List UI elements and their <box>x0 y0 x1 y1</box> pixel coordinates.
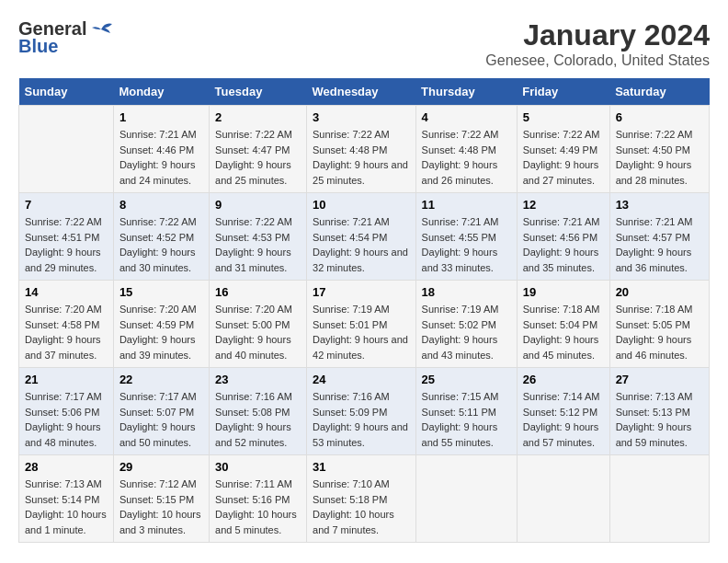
day-number: 4 <box>422 110 511 124</box>
calendar-cell: 30 Sunrise: 7:11 AMSunset: 5:16 PMDaylig… <box>210 455 307 543</box>
day-info: Sunrise: 7:18 AMSunset: 5:04 PMDaylight:… <box>523 302 604 362</box>
calendar-cell: 18 Sunrise: 7:19 AMSunset: 5:02 PMDaylig… <box>415 281 517 368</box>
day-info: Sunrise: 7:14 AMSunset: 5:12 PMDaylight:… <box>523 389 604 450</box>
day-number: 12 <box>523 198 604 212</box>
day-number: 31 <box>313 460 410 474</box>
calendar-cell: 28 Sunrise: 7:13 AMSunset: 5:14 PMDaylig… <box>19 455 114 543</box>
day-info: Sunrise: 7:10 AMSunset: 5:18 PMDaylight:… <box>313 477 410 537</box>
header-wednesday: Wednesday <box>307 78 416 106</box>
day-number: 19 <box>523 285 604 299</box>
day-info: Sunrise: 7:16 AMSunset: 5:08 PMDaylight:… <box>215 389 301 450</box>
day-number: 23 <box>215 373 301 386</box>
day-number: 15 <box>119 285 203 299</box>
calendar-cell: 23 Sunrise: 7:16 AMSunset: 5:08 PMDaylig… <box>210 368 307 455</box>
day-number: 8 <box>119 198 203 212</box>
day-info: Sunrise: 7:21 AMSunset: 4:57 PMDaylight:… <box>616 214 703 275</box>
calendar-week-row: 7 Sunrise: 7:22 AMSunset: 4:51 PMDayligh… <box>19 193 710 281</box>
calendar-cell: 21 Sunrise: 7:17 AMSunset: 5:06 PMDaylig… <box>19 368 114 455</box>
header-saturday: Saturday <box>609 78 709 106</box>
day-info: Sunrise: 7:22 AMSunset: 4:48 PMDaylight:… <box>422 127 511 188</box>
logo-blue-text: Blue <box>18 36 58 57</box>
day-info: Sunrise: 7:22 AMSunset: 4:49 PMDaylight:… <box>523 127 604 188</box>
calendar-week-row: 21 Sunrise: 7:17 AMSunset: 5:06 PMDaylig… <box>19 368 710 455</box>
calendar-cell: 25 Sunrise: 7:15 AMSunset: 5:11 PMDaylig… <box>415 368 517 455</box>
day-info: Sunrise: 7:20 AMSunset: 4:58 PMDaylight:… <box>25 302 108 362</box>
calendar-cell: 3 Sunrise: 7:22 AMSunset: 4:48 PMDayligh… <box>307 106 416 193</box>
day-number: 22 <box>119 373 203 386</box>
day-info: Sunrise: 7:18 AMSunset: 5:05 PMDaylight:… <box>616 302 703 362</box>
header-sunday: Sunday <box>19 78 114 106</box>
logo: General Blue <box>18 18 114 57</box>
day-info: Sunrise: 7:19 AMSunset: 5:01 PMDaylight:… <box>313 302 410 362</box>
day-info: Sunrise: 7:19 AMSunset: 5:02 PMDaylight:… <box>422 302 511 362</box>
calendar-table: Sunday Monday Tuesday Wednesday Thursday… <box>18 78 710 543</box>
calendar-cell: 31 Sunrise: 7:10 AMSunset: 5:18 PMDaylig… <box>307 455 416 543</box>
day-info: Sunrise: 7:22 AMSunset: 4:51 PMDaylight:… <box>25 214 108 275</box>
calendar-cell: 27 Sunrise: 7:13 AMSunset: 5:13 PMDaylig… <box>609 368 709 455</box>
calendar-cell <box>609 455 709 543</box>
day-number: 30 <box>215 460 301 474</box>
calendar-cell: 11 Sunrise: 7:21 AMSunset: 4:55 PMDaylig… <box>415 193 517 281</box>
day-number: 9 <box>215 198 301 212</box>
calendar-cell: 12 Sunrise: 7:21 AMSunset: 4:56 PMDaylig… <box>517 193 609 281</box>
day-info: Sunrise: 7:11 AMSunset: 5:16 PMDaylight:… <box>215 477 301 537</box>
day-info: Sunrise: 7:20 AMSunset: 4:59 PMDaylight:… <box>119 302 203 362</box>
calendar-cell: 19 Sunrise: 7:18 AMSunset: 5:04 PMDaylig… <box>517 281 609 368</box>
logo-bird-icon <box>88 20 114 39</box>
day-info: Sunrise: 7:21 AMSunset: 4:54 PMDaylight:… <box>313 214 410 275</box>
title-block: January 2024 Genesee, Colorado, United S… <box>485 18 710 69</box>
day-info: Sunrise: 7:13 AMSunset: 5:14 PMDaylight:… <box>25 477 108 537</box>
calendar-subtitle: Genesee, Colorado, United States <box>485 52 710 69</box>
day-number: 10 <box>313 198 410 212</box>
day-info: Sunrise: 7:21 AMSunset: 4:46 PMDaylight:… <box>119 127 203 188</box>
calendar-header-row: Sunday Monday Tuesday Wednesday Thursday… <box>19 78 710 106</box>
day-info: Sunrise: 7:22 AMSunset: 4:50 PMDaylight:… <box>616 127 703 188</box>
header-monday: Monday <box>113 78 209 106</box>
day-number: 1 <box>119 110 203 124</box>
day-number: 2 <box>215 110 301 124</box>
calendar-cell: 20 Sunrise: 7:18 AMSunset: 5:05 PMDaylig… <box>609 281 709 368</box>
day-number: 24 <box>313 373 410 386</box>
day-number: 5 <box>523 110 604 124</box>
calendar-cell: 8 Sunrise: 7:22 AMSunset: 4:52 PMDayligh… <box>113 193 209 281</box>
day-info: Sunrise: 7:21 AMSunset: 4:56 PMDaylight:… <box>523 214 604 275</box>
calendar-cell <box>415 455 517 543</box>
day-number: 26 <box>523 373 604 386</box>
day-info: Sunrise: 7:22 AMSunset: 4:53 PMDaylight:… <box>215 214 301 275</box>
day-number: 14 <box>25 285 108 299</box>
day-number: 13 <box>616 198 703 212</box>
day-info: Sunrise: 7:21 AMSunset: 4:55 PMDaylight:… <box>422 214 511 275</box>
day-number: 21 <box>25 373 108 386</box>
day-info: Sunrise: 7:20 AMSunset: 5:00 PMDaylight:… <box>215 302 301 362</box>
calendar-cell: 7 Sunrise: 7:22 AMSunset: 4:51 PMDayligh… <box>19 193 114 281</box>
calendar-week-row: 1 Sunrise: 7:21 AMSunset: 4:46 PMDayligh… <box>19 106 710 193</box>
calendar-week-row: 28 Sunrise: 7:13 AMSunset: 5:14 PMDaylig… <box>19 455 710 543</box>
day-info: Sunrise: 7:22 AMSunset: 4:47 PMDaylight:… <box>215 127 301 188</box>
header-tuesday: Tuesday <box>210 78 307 106</box>
day-info: Sunrise: 7:17 AMSunset: 5:06 PMDaylight:… <box>25 389 108 450</box>
calendar-cell: 14 Sunrise: 7:20 AMSunset: 4:58 PMDaylig… <box>19 281 114 368</box>
day-number: 7 <box>25 198 108 212</box>
day-info: Sunrise: 7:13 AMSunset: 5:13 PMDaylight:… <box>616 389 703 450</box>
day-number: 17 <box>313 285 410 299</box>
calendar-cell <box>517 455 609 543</box>
day-number: 27 <box>616 373 703 386</box>
page-header: General Blue January 2024 Genesee, Color… <box>18 18 710 69</box>
day-info: Sunrise: 7:17 AMSunset: 5:07 PMDaylight:… <box>119 389 203 450</box>
day-number: 29 <box>119 460 203 474</box>
calendar-cell: 5 Sunrise: 7:22 AMSunset: 4:49 PMDayligh… <box>517 106 609 193</box>
day-number: 6 <box>616 110 703 124</box>
calendar-cell: 17 Sunrise: 7:19 AMSunset: 5:01 PMDaylig… <box>307 281 416 368</box>
day-info: Sunrise: 7:22 AMSunset: 4:48 PMDaylight:… <box>313 127 410 188</box>
header-friday: Friday <box>517 78 609 106</box>
day-number: 20 <box>616 285 703 299</box>
calendar-cell: 29 Sunrise: 7:12 AMSunset: 5:15 PMDaylig… <box>113 455 209 543</box>
calendar-title: January 2024 <box>485 18 710 52</box>
day-info: Sunrise: 7:12 AMSunset: 5:15 PMDaylight:… <box>119 477 203 537</box>
day-info: Sunrise: 7:15 AMSunset: 5:11 PMDaylight:… <box>422 389 511 450</box>
day-number: 3 <box>313 110 410 124</box>
calendar-cell: 13 Sunrise: 7:21 AMSunset: 4:57 PMDaylig… <box>609 193 709 281</box>
calendar-cell: 10 Sunrise: 7:21 AMSunset: 4:54 PMDaylig… <box>307 193 416 281</box>
day-number: 18 <box>422 285 511 299</box>
calendar-week-row: 14 Sunrise: 7:20 AMSunset: 4:58 PMDaylig… <box>19 281 710 368</box>
